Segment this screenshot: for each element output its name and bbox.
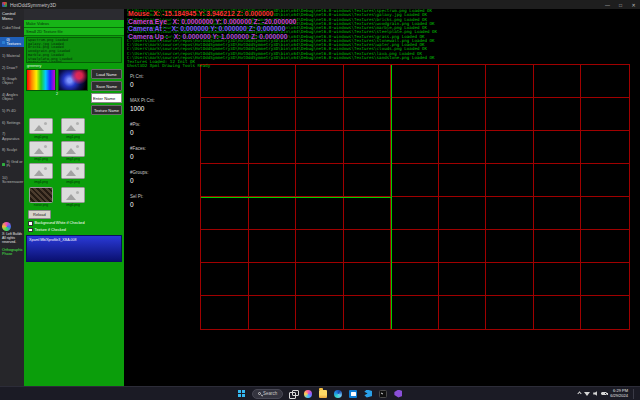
- thumbnail-item[interactable]: img1.png: [60, 118, 86, 139]
- taskbar-edge-button[interactable]: [333, 388, 343, 400]
- sun-icon: [44, 167, 47, 170]
- sidebar-item-5-pt-4d[interactable]: 5) Pt 4D: [0, 108, 24, 114]
- info-line-1: Xpaml Mb/Xprofile3_XBA.008: [29, 238, 119, 242]
- search-box[interactable]: Search: [252, 389, 284, 399]
- battery-icon[interactable]: [601, 392, 607, 396]
- thumbnail-label: img4.png: [34, 180, 48, 184]
- close-button[interactable]: ✕: [627, 0, 640, 9]
- grid-cell: [249, 98, 297, 131]
- clock[interactable]: 6:29 PM 6/29/2024: [610, 389, 628, 398]
- hud-line: Camera At : X: 0.000000 Y: 0.000000 Z: 0…: [128, 25, 296, 33]
- start-button[interactable]: [237, 388, 247, 400]
- grid-cell: [296, 98, 344, 131]
- name-button-column: Load Name Save Name Texture Name: [91, 69, 122, 115]
- taskbar-visual-studio-button[interactable]: [393, 388, 403, 400]
- texture-file-list[interactable]: spectrum.png Loadedgalaxy.jpg Loadedbric…: [26, 37, 122, 63]
- sidebar-item-label: 4) Angles Object: [2, 93, 23, 101]
- grid-cell: [201, 230, 249, 263]
- sidebar-item-6-settings[interactable]: 6) Settings: [0, 120, 24, 126]
- taskbar-store-button[interactable]: [348, 388, 358, 400]
- grid-cell: [249, 230, 297, 263]
- task-view-icon: [289, 390, 297, 398]
- sidebar-item-icon: [2, 163, 5, 166]
- load-name-button[interactable]: Load Name: [91, 69, 122, 79]
- wifi-icon[interactable]: [584, 392, 590, 396]
- maximize-button[interactable]: □: [614, 0, 627, 9]
- preview-row: 2 Load Name Save Name Texture Name: [26, 69, 122, 115]
- volume-icon[interactable]: [593, 391, 598, 396]
- grid-cell: [249, 296, 297, 329]
- thumbnail-item[interactable]: img2.png: [28, 141, 54, 162]
- sidebar-item-label: 7) Apparatus: [2, 132, 23, 140]
- thumbnail-item[interactable]: img5.png: [60, 163, 86, 184]
- grid-cell: [296, 296, 344, 329]
- sidebar-item-label: 9) Grid or Pt: [7, 160, 24, 168]
- extra-thumbnail-row: noise.pngimg6.png: [28, 187, 120, 208]
- panel-tab-2[interactable]: Small 2D Texture file: [24, 28, 124, 36]
- placeholder-image-icon: [29, 141, 53, 157]
- stats-panel: Pt Cnt:0MAX Pt Cnt:1000#Pts:0#Faces:0#Gr…: [130, 73, 155, 217]
- grid-cell: [581, 65, 629, 98]
- thumbnail-item[interactable]: img0.png: [28, 118, 54, 139]
- save-name-button[interactable]: Save Name: [91, 81, 122, 91]
- app-logo-large-icon: [2, 222, 11, 231]
- grid-cell: [439, 296, 487, 329]
- taskbar-task-view-button[interactable]: [288, 388, 298, 400]
- sidebar-item-10-screensaver[interactable]: 10) Screensaver: [0, 175, 24, 185]
- minimize-button[interactable]: —: [601, 0, 614, 9]
- stat-label: Sel Pt:: [130, 193, 155, 201]
- grid-viewport[interactable]: [200, 64, 630, 330]
- thumbnail-item[interactable]: img6.png: [60, 187, 86, 208]
- texture-name-button[interactable]: Texture Name: [91, 105, 122, 115]
- thumbnail-item[interactable]: img4.png: [28, 163, 54, 184]
- file-item[interactable]: grass.png Loaded: [28, 61, 120, 63]
- taskbar-copilot-button[interactable]: [303, 388, 313, 400]
- search-icon: [258, 392, 262, 396]
- sidebar-item-0-textures[interactable]: 0) Textures: [0, 37, 24, 47]
- checkbox[interactable]: [28, 228, 33, 233]
- sidebar-item-label: 0) Textures: [7, 38, 24, 46]
- thumbnail-item[interactable]: img3.png: [60, 141, 86, 162]
- taskbar-vscode-button[interactable]: [363, 388, 373, 400]
- spectrum-texture-preview[interactable]: [26, 69, 56, 91]
- sidebar-footer: X: Left Builds All rights reserved. Orth…: [0, 221, 24, 257]
- viewport[interactable]: C:\Users\mark\source\repos\HotOddSymmetr…: [124, 9, 640, 386]
- show-desktop-button[interactable]: [633, 389, 636, 399]
- grid-cell: [486, 98, 534, 131]
- windows-logo-icon: [238, 390, 241, 393]
- sidebar-item-1-material[interactable]: 1) Material: [0, 53, 24, 59]
- grid-cell: [439, 230, 487, 263]
- stat-value: 0: [130, 153, 155, 161]
- reload-button[interactable]: Reload: [28, 210, 51, 219]
- galaxy-texture-preview[interactable]: [58, 69, 88, 91]
- hud-line: Mouse X: -15.184945 Y: 3.946212 Z: 0.000…: [128, 10, 296, 18]
- sidebar-item-2-draw[interactable]: 2) Draw?: [0, 65, 24, 71]
- sidebar-item-4-angles-object[interactable]: 4) Angles Object: [0, 92, 24, 102]
- checkbox[interactable]: [28, 221, 33, 226]
- grid-cell: [391, 197, 439, 230]
- taskbar-file-explorer-button[interactable]: [318, 388, 328, 400]
- grid-cell: [201, 197, 249, 230]
- grid-cell: [296, 164, 344, 197]
- sidebar-item-cubetilted[interactable]: CubeTilted: [0, 25, 24, 31]
- tray-chevron-icon[interactable]: [578, 391, 582, 395]
- name-input[interactable]: [91, 93, 122, 103]
- sidebar-item-3-graph-object[interactable]: 3) Graph Object: [0, 76, 24, 86]
- search-label: Search: [263, 390, 277, 398]
- placeholder-image-icon: [61, 141, 85, 157]
- sidebar-item-9-grid-or-pt[interactable]: 9) Grid or Pt: [0, 159, 24, 169]
- hud-readout: Mouse X: -15.184945 Y: 3.946212 Z: 0.000…: [128, 10, 296, 40]
- thumbnail-item[interactable]: noise.png: [28, 187, 54, 208]
- hud-line: Camera Up : X: 0.000000 Y: 1.000000 Z: 0…: [128, 33, 296, 41]
- sidebar-item-7-apparatus[interactable]: 7) Apparatus: [0, 131, 24, 141]
- preview-column: 2: [26, 69, 88, 115]
- grid-cell: [486, 230, 534, 263]
- taskbar-terminal-button[interactable]: [378, 388, 388, 400]
- grid-cell: [439, 164, 487, 197]
- thumbnail-label: img0.png: [34, 135, 48, 139]
- panel-tab-1[interactable]: Make Videos: [24, 20, 124, 28]
- clock-date: 6/29/2024: [610, 394, 628, 399]
- sidebar-item-8-sculpt[interactable]: 8) Sculpt: [0, 147, 24, 153]
- grid-cell: [534, 131, 582, 164]
- menu-strip: [24, 9, 124, 20]
